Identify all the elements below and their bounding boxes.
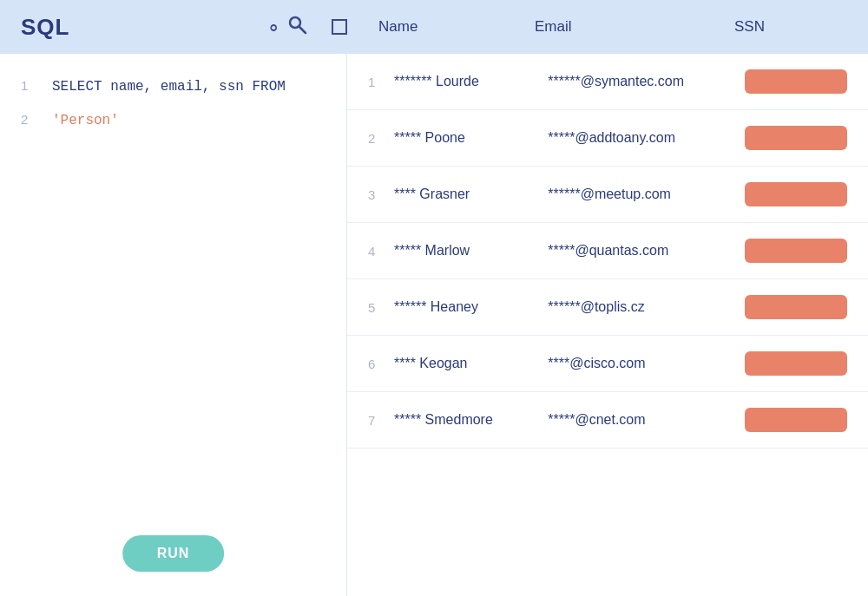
col-header-ssn: SSN: [734, 18, 847, 36]
row-email: ******@meetup.com: [548, 187, 745, 202]
sql-code-1: SELECT name, email, ssn FROM: [52, 79, 286, 95]
row-name: **** Grasner: [394, 187, 548, 202]
row-number: 6: [368, 357, 394, 371]
row-name: **** Keogan: [394, 356, 548, 371]
row-number: 7: [368, 413, 394, 428]
sql-code-2: 'Person': [52, 113, 119, 128]
ssn-redacted-bar: [745, 295, 847, 319]
table-row: 3 **** Grasner ******@meetup.com: [347, 167, 868, 223]
ssn-redacted-bar: [745, 239, 847, 263]
row-name: ****** Heaney: [394, 299, 548, 315]
row-number: 1: [368, 75, 394, 89]
row-email: *****@addtoany.com: [548, 130, 745, 146]
row-email: *****@quantas.com: [548, 243, 745, 259]
ssn-redacted-bar: [745, 351, 847, 376]
main-content: 1 SELECT name, email, ssn FROM 2 'Person…: [0, 54, 868, 596]
row-email: ******@symantec.com: [548, 74, 745, 89]
row-name: ******* Lourde: [394, 74, 548, 89]
line-number-2: 2: [21, 112, 40, 127]
table-row: 5 ****** Heaney ******@toplis.cz: [347, 279, 868, 336]
row-number: 3: [368, 187, 394, 202]
table-row: 1 ******* Lourde ******@symantec.com: [347, 54, 868, 110]
svg-line-1: [299, 27, 306, 33]
ssn-redacted-bar: [745, 182, 847, 206]
ssn-redacted-bar: [745, 408, 847, 432]
run-button[interactable]: RUN: [122, 535, 225, 572]
row-number: 5: [368, 300, 394, 315]
table-row: 7 ***** Smedmore *****@cnet.com: [347, 392, 868, 449]
row-name: ***** Poone: [394, 130, 548, 146]
row-email: *****@cnet.com: [548, 412, 745, 428]
row-email: ******@toplis.cz: [548, 299, 745, 315]
sql-panel: 1 SELECT name, email, ssn FROM 2 'Person…: [0, 54, 347, 596]
table-row: 2 ***** Poone *****@addtoany.com: [347, 110, 868, 167]
select-all-checkbox[interactable]: [332, 19, 347, 35]
search-icon[interactable]: ⚬: [266, 14, 307, 40]
ssn-redacted-bar: [745, 126, 847, 150]
results-panel: 1 ******* Lourde ******@symantec.com 2 *…: [347, 54, 868, 596]
line-number-1: 1: [21, 78, 40, 93]
table-row: 4 ***** Marlow *****@quantas.com: [347, 223, 868, 279]
sql-line-2: 2 'Person': [21, 112, 326, 128]
ssn-redacted-bar: [745, 69, 847, 94]
row-email: ****@cisco.com: [548, 356, 745, 371]
col-header-email: Email: [535, 18, 734, 36]
row-name: ***** Marlow: [394, 243, 548, 259]
row-name: ***** Smedmore: [394, 412, 548, 428]
header: SQL ⚬ Name Email SSN: [0, 0, 868, 54]
row-number: 2: [368, 131, 394, 146]
app-title: SQL: [21, 14, 69, 41]
sql-line-1: 1 SELECT name, email, ssn FROM: [21, 78, 326, 95]
row-number: 4: [368, 244, 394, 259]
table-row: 6 **** Keogan ****@cisco.com: [347, 336, 868, 392]
col-header-name: Name: [378, 18, 535, 36]
